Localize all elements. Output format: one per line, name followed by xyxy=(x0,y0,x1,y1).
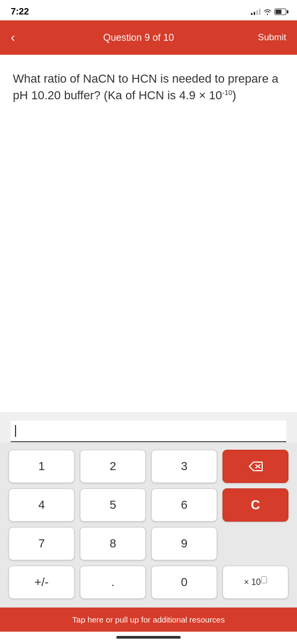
backspace-key[interactable] xyxy=(222,450,288,483)
plusminus-key[interactable]: +/- xyxy=(9,566,75,599)
key-9[interactable]: 9 xyxy=(151,527,217,560)
input-display-area xyxy=(0,412,297,442)
status-time: 7:22 xyxy=(11,6,29,17)
submit-button[interactable]: Submit xyxy=(258,32,286,43)
question-text: What ratio of NaCN to HCN is needed to p… xyxy=(13,71,284,104)
battery-icon xyxy=(274,9,286,15)
home-bar xyxy=(116,636,181,639)
signal-icon xyxy=(251,9,261,15)
x10-key[interactable]: × 10 xyxy=(222,566,288,599)
key-5[interactable]: 5 xyxy=(80,488,146,522)
back-button[interactable]: ‹ xyxy=(11,28,19,47)
key-6[interactable]: 6 xyxy=(151,488,217,522)
keypad: 123 456C789+/-.0× 10 xyxy=(0,442,297,608)
key-7[interactable]: 7 xyxy=(9,527,75,560)
key-8[interactable]: 8 xyxy=(80,527,146,560)
key-2[interactable]: 2 xyxy=(80,450,146,483)
decimal-key[interactable]: . xyxy=(80,566,146,599)
key-4[interactable]: 4 xyxy=(9,488,75,522)
superscript: -10 xyxy=(222,88,232,96)
header-title: Question 9 of 10 xyxy=(19,32,258,43)
key-3[interactable]: 3 xyxy=(151,450,217,483)
key-0[interactable]: 0 xyxy=(151,566,217,599)
input-display[interactable] xyxy=(11,421,286,442)
question-area: What ratio of NaCN to HCN is needed to p… xyxy=(0,55,297,412)
wifi-icon xyxy=(263,9,272,15)
empty-key xyxy=(222,527,288,560)
status-icons xyxy=(251,9,286,15)
footer-bar[interactable]: Tap here or pull up for additional resou… xyxy=(0,608,297,632)
clear-key[interactable]: C xyxy=(222,488,288,522)
key-1[interactable]: 1 xyxy=(9,450,75,483)
home-indicator xyxy=(0,632,297,644)
header: ‹ Question 9 of 10 Submit xyxy=(0,20,297,55)
text-cursor xyxy=(15,425,16,437)
status-bar: 7:22 xyxy=(0,0,297,20)
